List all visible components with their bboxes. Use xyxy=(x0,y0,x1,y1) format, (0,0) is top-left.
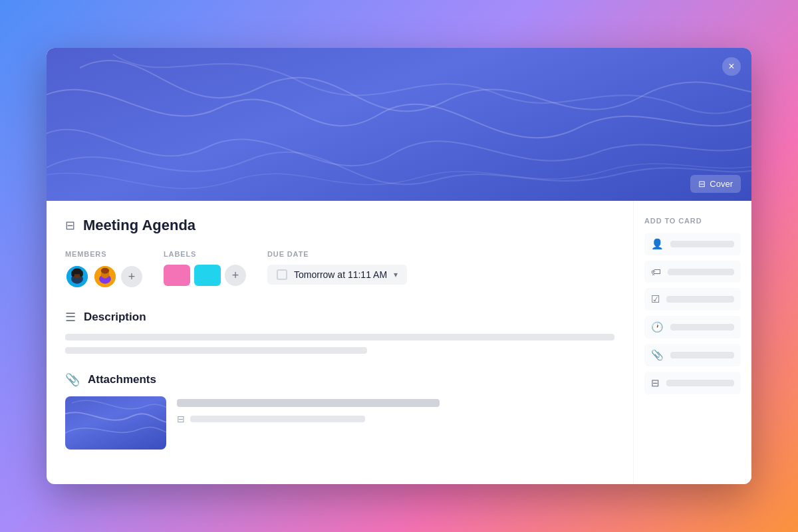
sidebar-due-date-placeholder xyxy=(670,324,734,331)
attachments-title: Attachments xyxy=(88,373,156,386)
description-icon: ☰ xyxy=(65,310,76,325)
avatar-1[interactable] xyxy=(65,265,89,289)
avatar-2-image xyxy=(94,266,116,287)
sidebar-item-labels[interactable]: 🏷 xyxy=(644,261,741,283)
title-row: ⊟ Meeting Agenda xyxy=(65,217,614,234)
sidebar-item-attachment[interactable]: 📎 xyxy=(644,344,741,366)
chevron-down-icon: ▾ xyxy=(394,270,398,279)
cover-pattern xyxy=(47,48,751,201)
card-title: Meeting Agenda xyxy=(83,217,196,234)
avatar-1-image xyxy=(66,266,88,287)
attachment-meta-row: ⊟ xyxy=(177,414,614,424)
due-checkbox[interactable] xyxy=(277,269,287,280)
label-cyan[interactable] xyxy=(194,265,221,286)
card-cover: × ⊟ Cover xyxy=(47,48,751,201)
attachment-row: ⊟ xyxy=(65,396,614,450)
attachment-thumb-image xyxy=(65,396,166,450)
attachments-section: 📎 Attachments xyxy=(65,372,614,450)
description-header: ☰ Description xyxy=(65,310,614,325)
svg-point-10 xyxy=(101,268,109,274)
labels-label: LABELS xyxy=(164,250,246,258)
attachment-title-placeholder xyxy=(177,399,440,407)
labels-list: + xyxy=(164,265,246,286)
sidebar-item-checklist[interactable]: ☑ xyxy=(644,288,741,311)
sidebar: ADD TO CARD 👤 🏷 ☑ 🕐 xyxy=(633,201,751,484)
close-button[interactable]: × xyxy=(722,57,741,76)
meta-row: MEMBERS xyxy=(65,250,614,289)
attachments-header: 📎 Attachments xyxy=(65,372,614,387)
label-icon: 🏷 xyxy=(651,266,661,277)
card-title-icon: ⊟ xyxy=(65,218,75,233)
attachment-info: ⊟ xyxy=(177,396,614,424)
attachment-thumbnail[interactable] xyxy=(65,396,166,450)
add-to-card-label: ADD TO CARD xyxy=(644,217,741,225)
sidebar-items: 👤 🏷 ☑ 🕐 📎 xyxy=(644,233,741,394)
attachment-sub-placeholder xyxy=(190,416,365,422)
sidebar-item-cover[interactable]: ⊟ xyxy=(644,372,741,394)
sidebar-attachment-placeholder xyxy=(670,352,734,358)
sidebar-labels-placeholder xyxy=(668,269,734,275)
members-label: MEMBERS xyxy=(65,250,142,258)
cover-button[interactable]: ⊟ Cover xyxy=(690,175,741,193)
description-title: Description xyxy=(84,311,146,324)
sidebar-item-members[interactable]: 👤 xyxy=(644,233,741,255)
members-section: MEMBERS xyxy=(65,250,142,289)
svg-point-5 xyxy=(71,271,74,277)
sidebar-checklist-placeholder xyxy=(666,296,734,303)
add-label-button[interactable]: + xyxy=(225,265,246,286)
member-icon: 👤 xyxy=(651,238,664,250)
sidebar-item-due-date[interactable]: 🕐 xyxy=(644,316,741,338)
add-member-button[interactable]: + xyxy=(121,266,142,287)
attachments-icon: 📎 xyxy=(65,372,80,387)
cover-button-label: Cover xyxy=(710,179,733,189)
main-content: ⊟ Meeting Agenda MEMBERS xyxy=(47,201,633,484)
due-date-section: DUE DATE Tomorrow at 11:11 AM ▾ xyxy=(267,250,407,285)
due-date-button[interactable]: Tomorrow at 11:11 AM ▾ xyxy=(267,265,407,285)
cover-icon: ⊟ xyxy=(698,179,706,189)
modal-body: ⊟ Meeting Agenda MEMBERS xyxy=(47,201,751,484)
avatar-2[interactable] xyxy=(93,265,117,289)
svg-rect-0 xyxy=(47,48,751,201)
sidebar-members-placeholder xyxy=(670,241,734,247)
description-placeholder-2 xyxy=(65,347,367,354)
svg-point-6 xyxy=(80,271,83,277)
labels-section: LABELS + xyxy=(164,250,246,286)
paperclip-icon: 📎 xyxy=(651,349,664,361)
due-date-label: DUE DATE xyxy=(267,250,407,258)
attachment-sub-icon: ⊟ xyxy=(177,414,185,424)
cover-sidebar-icon: ⊟ xyxy=(651,377,660,389)
due-date-value: Tomorrow at 11:11 AM xyxy=(294,269,387,280)
description-section: ☰ Description xyxy=(65,310,614,354)
checklist-icon: ☑ xyxy=(651,293,660,305)
sidebar-cover-placeholder xyxy=(666,380,734,386)
clock-icon: 🕐 xyxy=(651,321,664,333)
description-placeholder-1 xyxy=(65,334,614,340)
card-modal: × ⊟ Cover ⊟ Meeting Agenda MEMBERS xyxy=(47,48,751,484)
members-list: + xyxy=(65,265,142,289)
label-pink[interactable] xyxy=(164,265,190,286)
